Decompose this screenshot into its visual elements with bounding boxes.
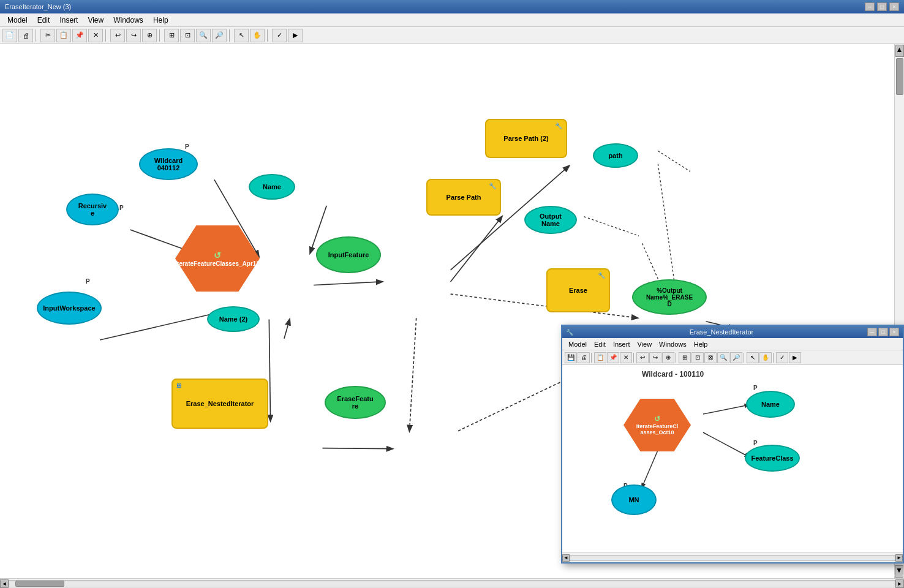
node-parsepath-wrench: 🔧 bbox=[489, 183, 496, 189]
node-outputname-result-label: %OutputName%_ERASED bbox=[646, 287, 693, 307]
menu-model[interactable]: Model bbox=[2, 15, 32, 26]
sub-print-btn[interactable]: 🖨 bbox=[578, 352, 590, 363]
open-btn[interactable]: 🖨 bbox=[18, 29, 33, 42]
node-outputname-result[interactable]: %OutputName%_ERASED bbox=[632, 279, 707, 315]
validate-btn[interactable]: ✓ bbox=[272, 29, 287, 42]
undo-btn[interactable]: ↩ bbox=[110, 29, 125, 42]
sub-node-name[interactable]: Name bbox=[746, 391, 795, 418]
node-erase[interactable]: 🔧 Erase bbox=[546, 268, 610, 312]
node-parsepath[interactable]: 🔧 Parse Path bbox=[426, 179, 501, 216]
sub-title-bar: 🔧 Erase_NestedIterator ─ □ × bbox=[562, 326, 903, 338]
node-iterate[interactable]: ↺ IterateFeatureClasses_Apr12 bbox=[175, 225, 260, 292]
sub-toolbar: 💾 🖨 📋 📌 ✕ ↩ ↪ ⊕ ⊞ ⊡ ⊠ 🔍 🔎 ↖ ✋ ✓ ▶ bbox=[562, 350, 903, 365]
menu-windows[interactable]: Windows bbox=[108, 15, 148, 26]
node-outputname[interactable]: OutputName bbox=[524, 206, 577, 234]
cut-btn[interactable]: ✂ bbox=[40, 29, 55, 42]
node-inputfeature[interactable]: InputFeature bbox=[316, 236, 381, 273]
sub-menu-windows[interactable]: Windows bbox=[655, 340, 690, 349]
node-erase-nested[interactable]: ⊞ Erase_NestedIterator bbox=[171, 379, 268, 429]
toolbar: 📄 🖨 ✂ 📋 📌 ✕ ↩ ↪ ⊕ ⊞ ⊡ 🔍 🔎 ↖ ✋ ✓ ▶ bbox=[0, 27, 904, 44]
sub-paste-btn[interactable]: 📌 bbox=[607, 352, 619, 363]
sub-delete-btn[interactable]: ✕ bbox=[620, 352, 632, 363]
sub-label-p2: P bbox=[753, 440, 758, 447]
node-path[interactable]: path bbox=[593, 143, 638, 168]
sub-label-p1: P bbox=[753, 385, 758, 391]
zoom-out-btn[interactable]: 🔎 bbox=[212, 29, 227, 42]
sub-minimize-btn[interactable]: ─ bbox=[867, 328, 877, 336]
sub-node-name-label: Name bbox=[761, 401, 780, 408]
maximize-btn[interactable]: □ bbox=[877, 2, 887, 11]
minimize-btn[interactable]: ─ bbox=[865, 2, 875, 11]
sub-run-btn[interactable]: ▶ bbox=[789, 352, 801, 363]
sub-save-btn[interactable]: 💾 bbox=[565, 352, 577, 363]
sub-node-mn[interactable]: MN bbox=[611, 484, 657, 515]
sub-node-featureclass-label: FeatureClass bbox=[751, 454, 793, 462]
node-recursive[interactable]: Recursive bbox=[66, 194, 119, 225]
node-erasefeature[interactable]: EraseFeature bbox=[325, 386, 386, 419]
node-name2-label: Name (2) bbox=[219, 315, 247, 323]
sub-node-featureclass[interactable]: FeatureClass bbox=[745, 445, 800, 472]
node-erasefeature-label: EraseFeature bbox=[337, 395, 373, 410]
sub-close-btn[interactable]: × bbox=[889, 328, 899, 336]
menu-insert[interactable]: Insert bbox=[55, 15, 83, 26]
sub-redo-btn[interactable]: ↪ bbox=[649, 352, 661, 363]
pan-btn[interactable]: ✋ bbox=[250, 29, 265, 42]
menu-help[interactable]: Help bbox=[148, 15, 173, 26]
node-wildcard-label: Wildcard040112 bbox=[154, 157, 183, 172]
svg-line-7 bbox=[451, 217, 502, 282]
grid-btn[interactable]: ⊞ bbox=[164, 29, 179, 42]
sub-window-title: Erase_NestedIterator bbox=[690, 328, 754, 336]
app-title: EraseIterator_New (3) bbox=[5, 3, 71, 10]
node-inputworkspace[interactable]: InputWorkspace bbox=[37, 292, 102, 325]
h-scrollbar[interactable]: ◄ ► bbox=[0, 578, 904, 588]
sub-add-btn[interactable]: ⊕ bbox=[662, 352, 674, 363]
redo-btn[interactable]: ↪ bbox=[126, 29, 141, 42]
select-btn[interactable]: ↖ bbox=[234, 29, 249, 42]
sub-fit1-btn[interactable]: ⊡ bbox=[691, 352, 704, 363]
sub-copy-btn[interactable]: 📋 bbox=[594, 352, 606, 363]
sub-grid-btn[interactable]: ⊞ bbox=[679, 352, 691, 363]
sub-node-iterate[interactable]: ↺ IterateFeatureClasses_Oct10 bbox=[623, 399, 691, 451]
sub-menu-insert[interactable]: Insert bbox=[609, 340, 634, 349]
sub-validate-btn[interactable]: ✓ bbox=[776, 352, 788, 363]
new-btn[interactable]: 📄 bbox=[2, 29, 17, 42]
node-path-label: path bbox=[608, 152, 622, 159]
fit-btn[interactable]: ⊡ bbox=[180, 29, 195, 42]
node-parsepath2-label: Parse Path (2) bbox=[503, 135, 548, 142]
svg-line-13 bbox=[658, 164, 676, 298]
close-btn[interactable]: × bbox=[889, 2, 899, 11]
menu-view[interactable]: View bbox=[83, 15, 108, 26]
menu-edit[interactable]: Edit bbox=[32, 15, 55, 26]
sub-zoomin-btn[interactable]: 🔍 bbox=[717, 352, 729, 363]
delete-btn[interactable]: ✕ bbox=[88, 29, 103, 42]
sub-menu-help[interactable]: Help bbox=[690, 340, 712, 349]
node-name2[interactable]: Name (2) bbox=[207, 306, 260, 332]
sub-undo-btn[interactable]: ↩ bbox=[636, 352, 649, 363]
sub-menu-view[interactable]: View bbox=[633, 340, 655, 349]
paste-btn[interactable]: 📌 bbox=[72, 29, 87, 42]
sub-canvas[interactable]: Wildcard - 100110 P P P bbox=[562, 365, 903, 552]
node-wildcard[interactable]: Wildcard040112 bbox=[139, 148, 198, 180]
sub-fit2-btn[interactable]: ⊠ bbox=[704, 352, 717, 363]
node-recursive-label: Recursive bbox=[78, 202, 107, 217]
sub-zoomout-btn[interactable]: 🔎 bbox=[730, 352, 742, 363]
sub-wildcard-label: Wildcard - 100110 bbox=[642, 370, 704, 379]
sub-h-scrollbar[interactable]: ◄ ► bbox=[562, 552, 903, 562]
svg-line-19 bbox=[703, 432, 749, 457]
sub-hand-btn[interactable]: ✋ bbox=[759, 352, 772, 363]
svg-line-11 bbox=[658, 151, 690, 172]
sub-menu-model[interactable]: Model bbox=[565, 340, 590, 349]
title-bar: EraseIterator_New (3) ─ □ × bbox=[0, 0, 904, 13]
app-window: EraseIterator_New (3) ─ □ × Model Edit I… bbox=[0, 0, 904, 588]
sub-restore-btn[interactable]: □ bbox=[878, 328, 888, 336]
node-name-top[interactable]: Name bbox=[249, 174, 295, 200]
run-btn[interactable]: ▶ bbox=[288, 29, 303, 42]
sub-select-btn[interactable]: ↖ bbox=[747, 352, 759, 363]
sub-node-iterate-label: IterateFeatureClasses_Oct10 bbox=[636, 423, 679, 435]
copy-btn[interactable]: 📋 bbox=[56, 29, 71, 42]
zoom-in-btn[interactable]: 🔍 bbox=[196, 29, 211, 42]
sub-menu-edit[interactable]: Edit bbox=[590, 340, 609, 349]
node-parsepath2[interactable]: 🔧 Parse Path (2) bbox=[485, 119, 567, 158]
add-btn[interactable]: ⊕ bbox=[142, 29, 157, 42]
sub-sep4 bbox=[744, 353, 745, 363]
